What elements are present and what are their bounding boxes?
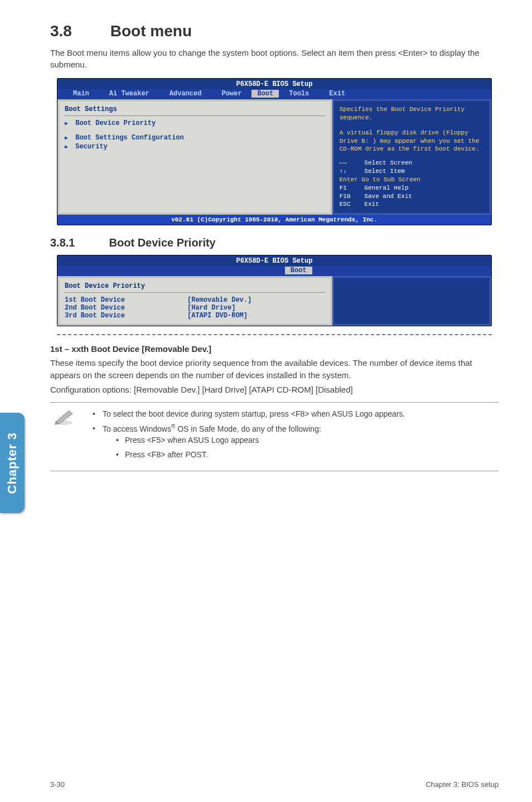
- note-subitem-2: Press <F8> after POST.: [103, 449, 496, 460]
- bios-help-top: Specifies the Boot Device Priority seque…: [340, 105, 484, 122]
- key-esc: ESC: [340, 200, 361, 209]
- note-item-2a: To access Windows: [103, 424, 171, 433]
- note-item-1: To select the boot device during system …: [89, 408, 496, 419]
- config-item-description: These items specify the boot device prio…: [50, 357, 499, 381]
- spacer: [65, 128, 325, 133]
- key-ud: ↑↓: [340, 167, 361, 176]
- section-title: Boot menu: [110, 22, 192, 40]
- chapter-tab: Chapter 3: [0, 413, 25, 513]
- key-row: ESC Exit: [340, 200, 484, 209]
- section-number: 3.8: [50, 22, 106, 40]
- note-list: To select the boot device during system …: [89, 408, 496, 461]
- bios-tab-tools: Tools: [279, 90, 319, 98]
- bios-row-boot-settings-config: ▶ Boot Settings Configuration: [65, 134, 325, 142]
- key-esc-label: Exit: [364, 201, 379, 207]
- bios-body: Boot Settings ▶ Boot Device Priority ▶ B…: [57, 99, 491, 215]
- subsection-number: 3.8.1: [50, 236, 106, 249]
- config-item-heading: 1st – xxth Boot Device [Removable Dev.]: [50, 344, 499, 354]
- key-f10: F10: [340, 192, 361, 201]
- key-f1: F1: [340, 184, 361, 192]
- key-lr-label: Select Screen: [364, 160, 412, 166]
- bios-keys-legend: ←→ Select Screen ↑↓ Select Item Enter Go…: [340, 159, 484, 209]
- note-subitem-1: Press <F5> when ASUS Logo appears: [103, 434, 496, 446]
- bios-left-heading: Boot Settings: [65, 105, 325, 113]
- key-lr: ←→: [340, 159, 361, 167]
- bios-screenshot-boot-menu: P6X58D-E BIOS Setup Main Ai Tweaker Adva…: [57, 78, 492, 225]
- bios-divider: [65, 292, 325, 293]
- key-f1-label: General Help: [364, 185, 408, 191]
- torn-edge-divider: [57, 334, 492, 335]
- note-item-2b: OS in Safe Mode, do any of the following…: [175, 424, 321, 433]
- bios-kv-val: [Removable Dev.]: [187, 296, 252, 304]
- key-f10-label: Save and Exit: [364, 193, 412, 200]
- bios-menubar: Main Ai Tweaker Advanced Power Boot Tool…: [57, 89, 491, 99]
- bios-right-pane: Specifies the Boot Device Priority seque…: [332, 99, 491, 215]
- bios-kv-val: [Hard Drive]: [187, 304, 235, 312]
- bios-row-label: Boot Device Priority: [75, 119, 156, 127]
- page-footer-right: Chapter 3: BIOS setup: [425, 780, 499, 789]
- bios-row-boot-device-priority: ▶ Boot Device Priority: [65, 119, 325, 127]
- note-item-2: To access Windows® OS in Safe Mode, do a…: [89, 423, 496, 461]
- bios-help-mid: A virtual floppy disk drive (Floppy Driv…: [340, 129, 484, 154]
- subsection-heading: 3.8.1 Boot Device Priority: [50, 236, 499, 249]
- bios-kv-2nd: 2nd Boot Device [Hard Drive]: [65, 304, 325, 312]
- triangle-icon: ▶: [65, 143, 71, 150]
- bios-tab-boot-selected: Boot: [252, 90, 279, 98]
- bios-footer: v02.61 (C)Copyright 1985-2010, American …: [57, 215, 491, 225]
- bios-kv-key: 1st Boot Device: [65, 296, 187, 304]
- key-row: F10 Save and Exit: [340, 192, 484, 201]
- bios-menubar-small: . . . . Boot . .: [57, 266, 491, 276]
- bios-screenshot-boot-priority: P6X58D-E BIOS Setup . . . . Boot . . Boo…: [57, 255, 492, 326]
- key-row: ←→ Select Screen: [340, 159, 484, 167]
- triangle-icon: ▶: [65, 120, 71, 127]
- section-heading: 3.8 Boot menu: [50, 22, 499, 40]
- bios-tab-exit: Exit: [319, 90, 355, 98]
- bios-row-security: ▶ Security: [65, 143, 325, 151]
- page-footer: 3-30 Chapter 3: BIOS setup: [50, 780, 499, 789]
- bios-tab-main: Main: [63, 90, 99, 98]
- bios-title: P6X58D-E BIOS Setup: [57, 255, 491, 266]
- bios-tab-ai-tweaker: Ai Tweaker: [99, 90, 159, 98]
- bios-kv-key: 2nd Boot Device: [65, 304, 187, 312]
- bios-tab-boot-selected: Boot: [285, 267, 312, 274]
- subsection-title: Boot Device Priority: [109, 236, 216, 249]
- bios-kv-key: 3rd Boot Device: [65, 312, 187, 320]
- chapter-tab-label: Chapter 3: [5, 432, 20, 494]
- bios-left-heading: Boot Device Priority: [65, 282, 325, 290]
- bios-row-label: Boot Settings Configuration: [75, 134, 183, 142]
- config-options-label: Configuration options:: [50, 385, 134, 394]
- page-number: 3-30: [50, 780, 65, 789]
- bios-row-label: Security: [75, 143, 108, 151]
- bios-kv-1st: 1st Boot Device [Removable Dev.]: [65, 296, 325, 304]
- bios-left-pane: Boot Settings ▶ Boot Device Priority ▶ B…: [57, 99, 332, 215]
- bios-tab-advanced: Advanced: [159, 90, 212, 98]
- bios-right-pane-empty: [332, 276, 491, 326]
- key-row: ↑↓ Select Item: [340, 167, 484, 176]
- bios-left-pane: Boot Device Priority 1st Boot Device [Re…: [57, 276, 332, 326]
- spacer: [340, 122, 484, 129]
- bios-tab-power: Power: [211, 90, 252, 98]
- key-row: F1 General Help: [340, 184, 484, 192]
- note-sublist: Press <F5> when ASUS Logo appears Press …: [103, 434, 496, 461]
- section-lead: The Boot menu items allow you to change …: [50, 47, 499, 70]
- triangle-icon: ▶: [65, 134, 71, 141]
- bios-body: Boot Device Priority 1st Boot Device [Re…: [57, 276, 491, 326]
- config-options-line: Configuration options: [Removable Dev.] …: [50, 385, 499, 394]
- config-options-values: [Removable Dev.] [Hard Drive] [ATAPI CD-…: [134, 385, 353, 394]
- key-ud-label: Select Item: [364, 168, 405, 175]
- bios-kv-3rd: 3rd Boot Device [ATAPI DVD-ROM]: [65, 312, 325, 320]
- key-row-enter: Enter Go to Sub Screen: [340, 176, 484, 184]
- bios-divider: [65, 115, 325, 116]
- note-box: To select the boot device during system …: [50, 402, 499, 471]
- bios-title: P6X58D-E BIOS Setup: [57, 79, 491, 89]
- bios-kv-val: [ATAPI DVD-ROM]: [187, 312, 248, 320]
- pencil-note-icon: [52, 407, 77, 429]
